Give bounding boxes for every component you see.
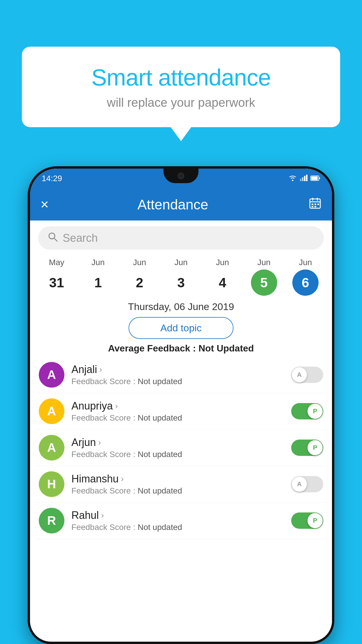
chevron-icon: › bbox=[115, 401, 118, 411]
cal-month-label: Jun bbox=[174, 258, 187, 267]
svg-rect-16 bbox=[314, 206, 316, 207]
cal-month-label: Jun bbox=[92, 258, 105, 267]
student-name: Rahul › bbox=[71, 509, 291, 522]
notch bbox=[164, 169, 198, 183]
svg-rect-15 bbox=[312, 206, 313, 207]
wifi-icon bbox=[288, 174, 297, 183]
calendar-day[interactable]: Jun3 bbox=[164, 258, 198, 296]
svg-rect-12 bbox=[312, 204, 313, 205]
attendance-toggle[interactable]: P bbox=[291, 403, 323, 419]
student-avatar: A bbox=[39, 362, 64, 388]
toggle-knob: P bbox=[307, 440, 323, 455]
svg-rect-4 bbox=[306, 175, 307, 181]
signal-icon bbox=[300, 174, 307, 183]
search-placeholder: Search bbox=[63, 232, 98, 244]
student-info: Rahul ›Feedback Score : Not updated bbox=[71, 509, 291, 532]
toggle-knob: P bbox=[307, 513, 323, 528]
student-avatar: A bbox=[39, 398, 64, 424]
average-feedback: Average Feedback : Not Updated bbox=[30, 343, 332, 354]
student-info: Anupriya ›Feedback Score : Not updated bbox=[71, 400, 291, 423]
calendar-day[interactable]: May31 bbox=[39, 258, 74, 296]
phone-frame: 14:29 bbox=[28, 166, 334, 644]
svg-rect-1 bbox=[300, 179, 301, 181]
add-topic-button[interactable]: Add topic bbox=[129, 317, 233, 339]
app-bar-title: Attendance bbox=[37, 197, 309, 213]
calendar-button[interactable] bbox=[309, 197, 321, 212]
cal-date-number[interactable]: 5 bbox=[251, 270, 277, 296]
cal-date-number[interactable]: 4 bbox=[209, 270, 236, 296]
svg-rect-13 bbox=[314, 204, 316, 205]
student-name: Anjali › bbox=[71, 363, 291, 376]
cal-month-label: Jun bbox=[216, 258, 229, 267]
student-row[interactable]: HHimanshu ›Feedback Score : Not updatedA bbox=[36, 466, 326, 503]
student-info: Arjun ›Feedback Score : Not updated bbox=[71, 436, 291, 459]
chevron-icon: › bbox=[101, 511, 104, 520]
cal-date-number[interactable]: 31 bbox=[43, 270, 70, 296]
svg-rect-2 bbox=[302, 177, 303, 181]
toggle-knob: A bbox=[292, 367, 307, 382]
calendar-day[interactable]: Jun2 bbox=[122, 258, 157, 296]
attendance-toggle[interactable]: P bbox=[291, 512, 323, 529]
avg-feedback-value: Not Updated bbox=[198, 343, 254, 354]
status-time: 14:29 bbox=[42, 174, 62, 183]
app-bar: × Attendance bbox=[30, 188, 332, 220]
student-row[interactable]: RRahul ›Feedback Score : Not updatedP bbox=[36, 503, 326, 539]
student-row[interactable]: AAnjali ›Feedback Score : Not updatedA bbox=[36, 357, 326, 393]
student-feedback: Feedback Score : Not updated bbox=[71, 523, 291, 532]
svg-rect-7 bbox=[319, 177, 320, 179]
avg-feedback-label: Average Feedback : bbox=[108, 343, 198, 354]
svg-rect-3 bbox=[304, 176, 305, 181]
svg-rect-14 bbox=[317, 204, 319, 205]
student-info: Anjali ›Feedback Score : Not updated bbox=[71, 363, 291, 386]
speech-bubble: Smart attendance will replace your paper… bbox=[22, 47, 340, 127]
student-avatar: R bbox=[39, 508, 64, 533]
cal-month-label: Jun bbox=[133, 258, 146, 267]
student-name: Arjun › bbox=[71, 436, 291, 449]
cal-month-label: May bbox=[49, 258, 64, 267]
attendance-toggle[interactable]: P bbox=[291, 440, 323, 456]
bubble-title: Smart attendance bbox=[45, 64, 317, 91]
svg-line-18 bbox=[54, 238, 57, 241]
student-feedback: Feedback Score : Not updated bbox=[71, 377, 291, 386]
search-icon bbox=[48, 232, 58, 245]
student-feedback: Feedback Score : Not updated bbox=[71, 486, 291, 496]
calendar-day[interactable]: Jun5 bbox=[247, 258, 282, 296]
student-list: AAnjali ›Feedback Score : Not updatedAAA… bbox=[30, 357, 332, 539]
chevron-icon: › bbox=[98, 438, 101, 447]
toggle-knob: P bbox=[307, 404, 323, 419]
battery-icon bbox=[310, 174, 320, 183]
calendar-day[interactable]: Jun6 bbox=[288, 258, 323, 296]
calendar-day[interactable]: Jun1 bbox=[80, 258, 115, 296]
cal-month-label: Jun bbox=[257, 258, 270, 267]
student-name: Anupriya › bbox=[71, 400, 291, 412]
chevron-icon: › bbox=[121, 474, 124, 484]
attendance-toggle[interactable]: A bbox=[291, 476, 323, 492]
phone-inner: 14:29 bbox=[30, 169, 332, 642]
toggle-knob: A bbox=[292, 477, 307, 492]
selected-date-label: Thursday, 06 June 2019 bbox=[30, 301, 332, 312]
status-bar: 14:29 bbox=[30, 169, 332, 188]
student-avatar: A bbox=[39, 435, 64, 461]
notch-camera bbox=[178, 173, 184, 179]
calendar-strip: May31Jun1Jun2Jun3Jun4Jun5Jun6 bbox=[30, 253, 332, 296]
bubble-subtitle: will replace your paperwork bbox=[45, 96, 317, 110]
student-feedback: Feedback Score : Not updated bbox=[71, 413, 291, 423]
student-feedback: Feedback Score : Not updated bbox=[71, 450, 291, 459]
chevron-icon: › bbox=[99, 365, 102, 374]
svg-rect-6 bbox=[311, 176, 318, 180]
cal-month-label: Jun bbox=[299, 258, 312, 267]
student-row[interactable]: AArjun ›Feedback Score : Not updatedP bbox=[36, 430, 326, 466]
cal-date-number[interactable]: 3 bbox=[168, 270, 194, 296]
calendar-day[interactable]: Jun4 bbox=[205, 258, 240, 296]
search-bar[interactable]: Search bbox=[38, 226, 324, 250]
cal-date-number[interactable]: 6 bbox=[292, 270, 319, 296]
student-avatar: H bbox=[39, 471, 64, 497]
content-area: Search May31Jun1Jun2Jun3Jun4Jun5Jun6 Thu… bbox=[30, 220, 332, 642]
attendance-toggle[interactable]: A bbox=[291, 367, 323, 383]
student-name: Himanshu › bbox=[71, 473, 291, 485]
cal-date-number[interactable]: 1 bbox=[85, 270, 111, 296]
status-icons bbox=[288, 174, 320, 183]
student-row[interactable]: AAnupriya ›Feedback Score : Not updatedP bbox=[36, 393, 326, 430]
cal-date-number[interactable]: 2 bbox=[126, 270, 153, 296]
svg-point-0 bbox=[292, 180, 294, 181]
